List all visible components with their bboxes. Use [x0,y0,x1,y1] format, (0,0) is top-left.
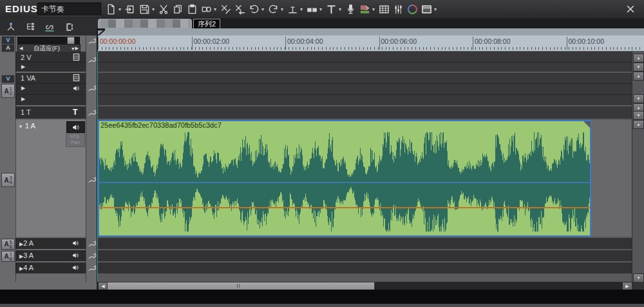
scroll-down-button[interactable]: ▼ [633,273,644,282]
master-audio-channel-button[interactable]: A [1,44,15,52]
new-sequence-button[interactable]: ▾ [104,3,123,17]
audio-mixer-button[interactable] [392,3,405,17]
copy-clip-button[interactable] [171,3,185,17]
track-header-3a[interactable]: ▶3 A [15,250,86,261]
speaker-button-1a[interactable] [66,121,85,133]
dropdown-caret-icon[interactable]: ▾ [151,6,156,12]
dropdown-caret-icon[interactable]: ▾ [318,6,323,12]
ripple-delete-button[interactable] [233,3,247,17]
dock-panels-mode-icon[interactable] [63,21,75,33]
close-button[interactable] [623,3,638,15]
channel-button-a12[interactable]: A 12 [1,84,15,98]
pan-label: Pan [66,139,84,145]
track-header-4a[interactable]: ▶4 A [15,262,86,273]
panel-layout-button[interactable]: ▾ [420,3,439,17]
voice-over-button[interactable] [344,3,357,17]
clip-layers-mode-icon[interactable] [24,21,36,33]
channel-hi: 5 [10,240,12,244]
timeline-track-1va[interactable] [98,73,632,105]
paste-clip-button[interactable] [185,3,199,17]
paste-icon [186,3,198,15]
channel-hi: 7 [10,252,12,257]
dropdown-caret-icon[interactable]: ▾ [371,6,376,12]
speaker-icon [71,123,80,132]
open-project-button[interactable] [124,3,137,17]
ruler-major-tick [379,37,380,50]
titleT-icon [325,3,337,15]
ruler-major-tick [98,37,99,50]
dropdown-caret-icon[interactable]: ▾ [213,6,218,12]
track-header-1t[interactable]: 1 T T [15,106,86,119]
channel-button-1va-video[interactable]: V [1,75,15,83]
hscroll-thumb-grip [237,284,241,288]
ruler-major-tick [285,37,286,50]
dropdown-caret-icon[interactable]: ▾ [337,6,343,12]
toolbar: ▾▾▾▾▾▾▾▾▾▾ [104,2,439,17]
track-header-1va[interactable]: 1 VA ▶ ▶ [15,73,86,105]
playhead-line[interactable] [97,51,98,282]
timeline-track-3a[interactable] [98,250,632,261]
channel-letter: A [4,253,8,260]
vertical-scrollbar[interactable] [632,51,644,282]
undo-button[interactable]: ▾ [247,3,266,17]
project-title-field[interactable]: 卡节奏 [37,3,101,15]
channel-lo: 6 [10,244,12,249]
track-label-1va: 1 VA [21,74,35,82]
audio-clip-label: 25ee6435fb2ec70338ad70fb5b5c3dc7 [100,121,577,130]
channel-button-a56[interactable]: A 56 [1,239,15,250]
dropdown-caret-icon[interactable]: ▾ [433,6,438,12]
expand-arrow-1va-video[interactable]: ▶ [21,85,25,91]
track-label-4a: ▶4 A [19,264,33,272]
delete-clip-button[interactable] [219,3,232,17]
loop-playback-mode-icon[interactable] [44,21,55,33]
speaker-icon[interactable] [71,239,79,247]
scroll-down-button[interactable]: ▼ [633,63,644,72]
waveform-center-line [99,182,590,183]
channel-button-a34[interactable]: A 34 [1,173,15,187]
scroll-up-button[interactable]: ▲ [633,120,644,129]
trim-mode-button[interactable]: ▾ [305,3,324,17]
sequence-tab-active[interactable] [98,19,192,28]
fit-prev-arrow-icon[interactable]: ◀ [18,46,23,51]
redo-button[interactable]: ▾ [267,3,285,17]
timeline-branch-mode-icon[interactable] [5,21,17,33]
scroll-down-button[interactable]: ▼ [633,94,644,103]
playhead-flag-icon[interactable] [97,28,106,36]
timeline-track-2a[interactable] [98,238,632,249]
dropdown-caret-icon[interactable]: ▾ [117,6,122,12]
track-label-3a: ▶3 A [19,252,33,259]
scroll-up-button[interactable]: ▲ [633,72,644,81]
speaker-icon[interactable] [71,252,79,259]
create-title-button[interactable]: ▾ [325,3,343,17]
track-header-2a[interactable]: ▶2 A [15,238,86,249]
save-project-button[interactable]: ▾ [138,3,156,17]
replace-clip-button[interactable]: ▾ [200,3,218,17]
dropdown-caret-icon[interactable]: ▾ [299,6,304,12]
channel-hi: 1 [10,86,12,91]
fit-next-arrow-icon[interactable]: ▶ [75,46,80,51]
dropdown-caret-icon[interactable]: ▾ [279,6,285,12]
fit-dropdown-icon[interactable]: ▼ [71,46,75,51]
channel-button-a78[interactable]: A 78 [1,251,15,262]
timeline-track-4a[interactable] [98,262,632,273]
color-correction-button[interactable] [406,3,419,17]
mixer-icon [392,3,404,15]
speaker-icon[interactable] [72,84,80,92]
timeline-track-1t[interactable] [98,106,632,119]
scroll-up-button[interactable]: ▲ [633,54,644,63]
multicam-mode-button[interactable] [377,3,391,17]
timeline-mode-bar [0,18,102,35]
expand-arrow-1va-audio[interactable]: ▶ [21,96,25,102]
speaker-icon[interactable] [71,264,79,272]
volume-pan-selector[interactable]: VOL Pan [66,133,85,147]
add-to-timeline-button[interactable]: ▾ [358,3,377,17]
scroll-down-button[interactable]: ▼ [633,111,644,120]
volume-rubber-band[interactable] [99,207,590,208]
dropdown-caret-icon[interactable]: ▾ [260,6,265,12]
doc-icon [105,3,117,15]
collapse-arrow-1a[interactable]: ▼ [18,124,23,130]
add-cut-point-button[interactable]: ▾ [286,3,305,17]
cut-clip-button[interactable] [157,3,171,17]
expand-arrow-2v[interactable]: ▶ [21,64,25,70]
timeline-ruler[interactable]: 00:00:00:0000:00:02:0000:00:04:0000:00:0… [97,35,644,52]
